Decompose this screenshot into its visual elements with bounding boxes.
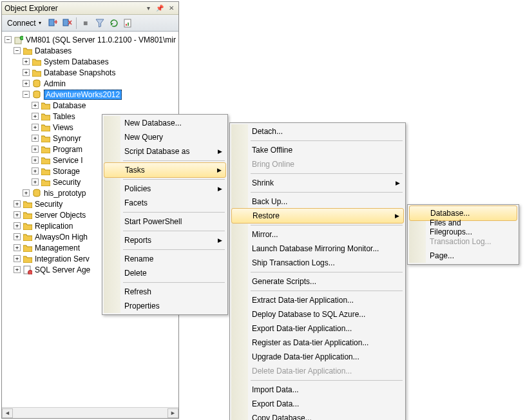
menu-import-data[interactable]: Import Data... (231, 383, 404, 397)
menu-restore[interactable]: Restore▶ (231, 208, 404, 224)
menu-export-dac[interactable]: Export Data-tier Application... (231, 321, 404, 336)
menu-reports[interactable]: Reports▶ (104, 233, 226, 247)
svg-point-11 (28, 270, 33, 274)
collapse-icon[interactable]: − (23, 91, 30, 98)
expand-icon[interactable]: + (14, 255, 21, 262)
expand-icon[interactable]: + (23, 69, 30, 76)
menu-mirror[interactable]: Mirror... (231, 227, 404, 242)
agent-icon (23, 265, 33, 275)
expand-icon[interactable]: + (32, 146, 39, 153)
expand-icon[interactable]: + (14, 200, 21, 207)
menu-refresh[interactable]: Refresh (104, 285, 226, 299)
submenu-arrow-icon: ▶ (396, 176, 400, 190)
menu-backup[interactable]: Back Up... (231, 195, 404, 209)
menu-facets[interactable]: Facets (104, 196, 226, 210)
menu-separator (251, 291, 403, 291)
svg-rect-0 (49, 19, 54, 26)
menu-properties[interactable]: Properties (104, 299, 226, 313)
report-icon[interactable] (123, 18, 133, 28)
menu-shrink[interactable]: Shrink▶ (231, 176, 404, 190)
expand-icon[interactable]: + (23, 80, 30, 87)
folder-icon (41, 133, 51, 144)
expand-icon[interactable]: + (14, 266, 21, 273)
server-icon (14, 35, 24, 45)
scroll-left-icon[interactable]: ◄ (2, 408, 13, 418)
adventureworks-label: AdventureWorks2012 (44, 90, 122, 100)
svg-rect-4 (128, 23, 129, 26)
folder-icon (23, 46, 33, 56)
expand-icon[interactable]: + (14, 233, 21, 240)
menu-register-dac[interactable]: Register as Data-tier Application... (231, 336, 404, 350)
database-icon (32, 79, 42, 89)
menu-restore-files[interactable]: Files and Filegroups... (409, 220, 517, 234)
tree-databases[interactable]: − Databases (2, 45, 178, 56)
expand-icon[interactable]: + (14, 244, 21, 251)
menu-separator (251, 225, 403, 225)
expand-icon[interactable]: + (32, 124, 39, 131)
refresh-icon[interactable] (109, 18, 119, 28)
menu-take-offline[interactable]: Take Offline (231, 143, 404, 157)
expand-icon[interactable]: + (23, 58, 30, 65)
expand-icon[interactable]: + (32, 167, 39, 175)
toolbar: Connect ▾ ■ (2, 15, 178, 32)
scroll-right-icon[interactable]: ► (167, 408, 178, 418)
tree-adventureworks[interactable]: − AdventureWorks2012 (2, 89, 178, 100)
expand-icon[interactable]: + (23, 189, 30, 196)
menu-rename[interactable]: Rename (104, 252, 226, 266)
restore-submenu: Database... Files and Filegroups... Tran… (407, 204, 519, 265)
menu-tasks[interactable]: Tasks▶ (104, 162, 226, 178)
tree-dbsnap[interactable]: + Database Snapshots (2, 67, 178, 78)
disconnect-server-icon[interactable] (62, 18, 72, 28)
menu-separator (251, 173, 403, 174)
expand-icon[interactable]: + (14, 222, 21, 229)
folder-icon (23, 210, 33, 220)
folder-icon (41, 166, 51, 177)
menu-restore-page[interactable]: Page... (409, 249, 517, 263)
menu-upgrade-dac[interactable]: Upgrade Data-tier Application... (231, 350, 404, 364)
tree-sysdb[interactable]: + System Databases (2, 56, 178, 67)
expand-icon[interactable]: + (32, 113, 39, 120)
collapse-icon[interactable]: − (5, 36, 12, 43)
submenu-arrow-icon: ▶ (218, 233, 222, 247)
connect-server-icon[interactable] (48, 18, 58, 28)
menu-start-powershell[interactable]: Start PowerShell (104, 215, 226, 229)
collapse-icon[interactable]: − (14, 47, 21, 54)
menu-new-database[interactable]: New Database... (104, 116, 226, 130)
folder-icon (23, 243, 33, 253)
menu-ship-txlogs[interactable]: Ship Transaction Logs... (231, 256, 404, 270)
expand-icon[interactable]: + (32, 178, 39, 186)
connect-button[interactable]: Connect ▾ (5, 17, 44, 29)
expand-icon[interactable]: + (32, 135, 39, 142)
menu-export-data[interactable]: Export Data... (231, 397, 404, 411)
filter-icon[interactable] (95, 18, 105, 28)
expand-icon[interactable]: + (14, 211, 21, 218)
menu-policies[interactable]: Policies▶ (104, 182, 226, 196)
menu-separator (251, 192, 403, 193)
horizontal-scrollbar[interactable]: ◄ ► (2, 407, 178, 418)
menu-script-database[interactable]: Script Database as▶ (104, 144, 226, 158)
menu-detach[interactable]: Detach... (231, 124, 404, 138)
close-icon[interactable]: ✕ (167, 4, 176, 13)
folder-icon (23, 254, 33, 264)
menu-separator (251, 272, 403, 272)
menu-generate-scripts[interactable]: Generate Scripts... (231, 274, 404, 289)
menu-copy-database[interactable]: Copy Database... (231, 411, 404, 420)
tree-admin[interactable]: + Admin (2, 78, 178, 89)
context-menu: New Database... New Query Script Databas… (102, 114, 228, 315)
menu-launch-mirroring[interactable]: Launch Database Mirroring Monitor... (231, 242, 404, 256)
menu-extract-dac[interactable]: Extract Data-tier Application... (231, 293, 404, 307)
menu-new-query[interactable]: New Query (104, 130, 226, 144)
tree-server[interactable]: − VM801 (SQL Server 11.0.2100 - VM801\mi… (2, 34, 178, 45)
panel-title-text: Object Explorer (5, 4, 141, 13)
submenu-arrow-icon: ▶ (395, 209, 399, 223)
menu-delete[interactable]: Delete (104, 266, 226, 280)
menu-deploy-azure[interactable]: Deploy Database to SQL Azure... (231, 307, 404, 321)
expand-icon[interactable]: + (32, 102, 39, 109)
dropdown-icon[interactable]: ▾ (144, 4, 153, 13)
panel-titlebar[interactable]: Object Explorer ▾ 📌 ✕ (2, 2, 178, 15)
menu-delete-dac: Delete Data-tier Application... (231, 364, 404, 378)
folder-icon (41, 155, 51, 166)
expand-icon[interactable]: + (32, 157, 39, 164)
tree-aw-dbd[interactable]: +Database (2, 100, 178, 111)
pin-icon[interactable]: 📌 (155, 4, 164, 13)
